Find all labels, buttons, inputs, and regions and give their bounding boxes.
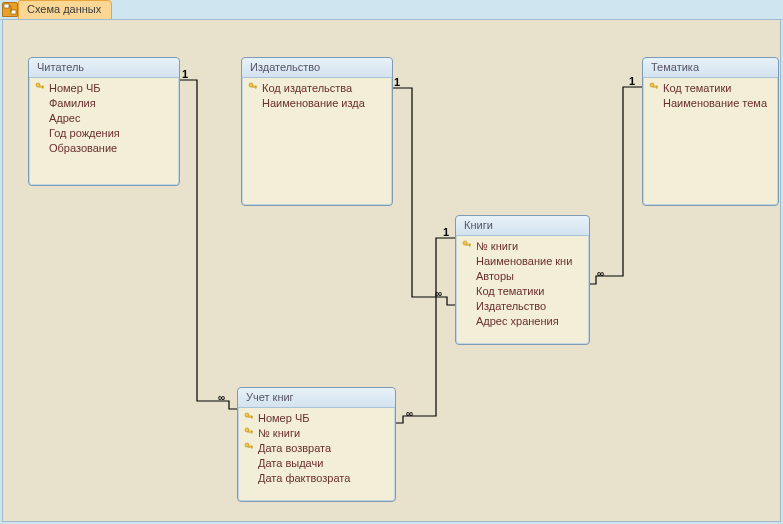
field-row[interactable]: Код тематики	[647, 81, 774, 96]
entity-publisher[interactable]: Издательство Код издательстваНаименовани…	[241, 57, 393, 206]
entity-body: Номер ЧБФамилияАдресГод рожденияОбразова…	[29, 78, 179, 162]
field-row[interactable]: Издательство	[460, 299, 585, 314]
entity-body: Номер ЧБ№ книгиДата возвратаДата выдачиД…	[238, 408, 395, 492]
field-label: Дата фактвозрата	[256, 471, 350, 486]
svg-rect-4	[42, 86, 43, 88]
field-label: Год рождения	[47, 126, 120, 141]
entity-header[interactable]: Издательство	[242, 58, 392, 78]
card-one: 1	[443, 226, 449, 238]
svg-rect-10	[656, 86, 657, 88]
field-label: Наименование изда	[260, 96, 365, 111]
primary-key-icon	[647, 81, 661, 96]
field-label: Авторы	[474, 269, 514, 284]
field-label: Номер ЧБ	[256, 411, 309, 426]
entity-header[interactable]: Учет книг	[238, 388, 395, 408]
field-row[interactable]: Дата фактвозрата	[242, 471, 391, 486]
svg-rect-16	[251, 416, 252, 418]
primary-key-icon	[242, 411, 256, 426]
entity-ledger[interactable]: Учет книг Номер ЧБ№ книгиДата возвратаДа…	[237, 387, 396, 502]
field-row[interactable]: Наименование кни	[460, 254, 585, 269]
field-row[interactable]: Код издательства	[246, 81, 388, 96]
field-label: № книги	[474, 239, 518, 254]
entity-header[interactable]: Книги	[456, 216, 589, 236]
primary-key-icon	[242, 441, 256, 456]
entity-body: Код издательстваНаименование изда	[242, 78, 392, 117]
primary-key-icon	[33, 81, 47, 96]
card-many: ∞	[218, 392, 224, 403]
field-row[interactable]: Номер ЧБ	[33, 81, 175, 96]
card-one: 1	[629, 75, 635, 87]
primary-key-icon	[460, 239, 474, 254]
entity-title: Издательство	[250, 61, 320, 73]
entity-header[interactable]: Тематика	[643, 58, 778, 78]
field-row[interactable]: Адрес	[33, 111, 175, 126]
field-row[interactable]: Дата выдачи	[242, 456, 391, 471]
entity-title: Тематика	[651, 61, 699, 73]
relationships-icon	[2, 2, 18, 17]
entity-reader[interactable]: Читатель Номер ЧБФамилияАдресГод рождени…	[28, 57, 180, 186]
tab-label: Схема данных	[27, 3, 101, 15]
field-row[interactable]: Фамилия	[33, 96, 175, 111]
field-row[interactable]: Авторы	[460, 269, 585, 284]
card-many: ∞	[406, 408, 412, 419]
relationships-canvas[interactable]: 1 ∞ 1 ∞ 1 ∞ 1 ∞ Читатель Номер ЧБФамилия…	[2, 19, 781, 522]
field-label: Дата выдачи	[256, 456, 323, 471]
svg-rect-7	[255, 86, 256, 88]
field-row[interactable]: № книги	[242, 426, 391, 441]
field-label: № книги	[256, 426, 300, 441]
field-label: Фамилия	[47, 96, 96, 111]
svg-rect-22	[251, 446, 252, 448]
field-row[interactable]: Наименование тема	[647, 96, 774, 111]
field-label: Код тематики	[661, 81, 731, 96]
field-row[interactable]: Код тематики	[460, 284, 585, 299]
card-one: 1	[182, 68, 188, 80]
field-row[interactable]: Образование	[33, 141, 175, 156]
field-label: Номер ЧБ	[47, 81, 100, 96]
primary-key-icon	[242, 426, 256, 441]
field-label: Адрес	[47, 111, 81, 126]
field-label: Образование	[47, 141, 117, 156]
field-row[interactable]: Адрес хранения	[460, 314, 585, 329]
card-one: 1	[394, 76, 400, 88]
entity-header[interactable]: Читатель	[29, 58, 179, 78]
field-label: Код издательства	[260, 81, 352, 96]
field-row[interactable]: Наименование изда	[246, 96, 388, 111]
field-row[interactable]: Год рождения	[33, 126, 175, 141]
primary-key-icon	[246, 81, 260, 96]
card-many: ∞	[435, 288, 441, 299]
tab-bar: Схема данных	[0, 0, 783, 20]
svg-rect-1	[11, 10, 16, 14]
svg-rect-13	[469, 244, 470, 246]
field-label: Код тематики	[474, 284, 544, 299]
svg-rect-0	[4, 4, 9, 8]
field-label: Дата возврата	[256, 441, 331, 456]
field-label: Адрес хранения	[474, 314, 559, 329]
entity-body: № книгиНаименование книАвторыКод тематик…	[456, 236, 589, 335]
field-label: Наименование тема	[661, 96, 767, 111]
entity-title: Книги	[464, 219, 493, 231]
entity-title: Читатель	[37, 61, 84, 73]
field-row[interactable]: № книги	[460, 239, 585, 254]
field-label: Издательство	[474, 299, 546, 314]
card-many: ∞	[597, 268, 603, 279]
svg-rect-19	[251, 431, 252, 433]
entity-topic[interactable]: Тематика Код тематикиНаименование тема	[642, 57, 779, 206]
field-row[interactable]: Номер ЧБ	[242, 411, 391, 426]
field-label: Наименование кни	[474, 254, 572, 269]
entity-body: Код тематикиНаименование тема	[643, 78, 778, 117]
entity-books[interactable]: Книги № книгиНаименование книАвторыКод т…	[455, 215, 590, 345]
tab-relationships[interactable]: Схема данных	[18, 0, 112, 20]
field-row[interactable]: Дата возврата	[242, 441, 391, 456]
entity-title: Учет книг	[246, 391, 294, 403]
